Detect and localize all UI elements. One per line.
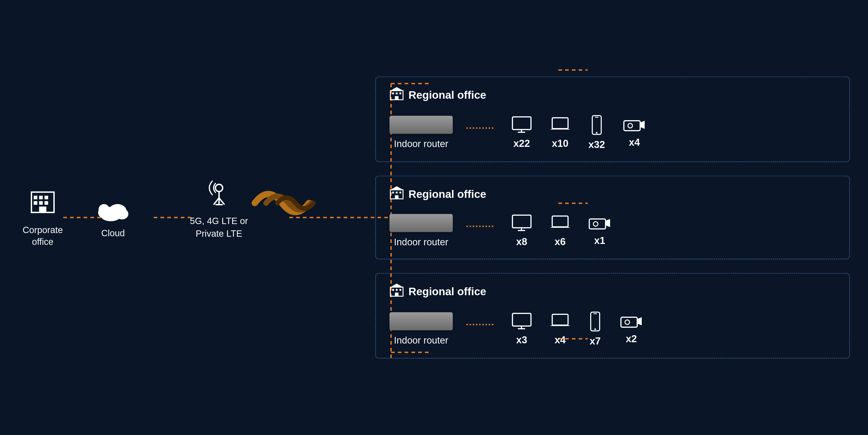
- corporate-office-node: Corporate office: [23, 188, 63, 247]
- svg-rect-53: [552, 216, 568, 227]
- router-line-2: [466, 225, 493, 227]
- svg-rect-11: [34, 196, 37, 199]
- svg-rect-67: [591, 312, 600, 331]
- svg-rect-13: [44, 196, 48, 199]
- svg-rect-15: [39, 201, 43, 205]
- svg-rect-48: [395, 195, 399, 199]
- count-camera-3: x2: [626, 333, 637, 344]
- count-laptop-2: x6: [555, 236, 566, 247]
- device-monitor-1: x22: [512, 116, 532, 149]
- svg-point-43: [628, 124, 632, 128]
- svg-rect-29: [392, 93, 394, 94]
- cloud-icon: [95, 197, 131, 223]
- office-box-2: Regional office Indoor router: [375, 176, 850, 260]
- office-3-header: Regional office: [390, 283, 836, 300]
- office-1-router-label: Indoor router: [394, 138, 448, 149]
- svg-marker-42: [640, 121, 645, 129]
- tower-node: 5G, 4G LTE or Private LTE: [190, 180, 248, 240]
- office-2-router: Indoor router: [390, 214, 453, 247]
- svg-marker-55: [606, 219, 610, 227]
- count-camera-1: x4: [629, 137, 640, 148]
- svg-rect-60: [399, 289, 401, 291]
- corporate-label: Corporate office: [23, 224, 63, 247]
- device-camera-3: x2: [620, 314, 643, 344]
- cloud-node: Cloud: [95, 197, 131, 238]
- svg-rect-38: [592, 115, 601, 134]
- office-1-title: Regional office: [408, 89, 486, 101]
- office-box-3: Regional office Indoor router: [375, 273, 850, 359]
- svg-rect-45: [392, 192, 394, 194]
- svg-point-72: [625, 320, 629, 325]
- count-laptop-1: x10: [552, 138, 568, 149]
- router-icon-3: [390, 312, 453, 330]
- svg-rect-66: [552, 314, 568, 325]
- office-3-router-label: Indoor router: [394, 335, 448, 346]
- svg-rect-37: [552, 118, 568, 129]
- office-3-title: Regional office: [408, 285, 486, 298]
- router-icon-1: [390, 116, 453, 134]
- svg-rect-50: [513, 215, 531, 228]
- svg-point-21: [98, 204, 110, 215]
- device-monitor-3: x3: [512, 312, 532, 345]
- svg-point-22: [116, 209, 128, 220]
- svg-rect-63: [513, 313, 531, 326]
- diagram-container: Corporate office Cloud: [0, 0, 868, 435]
- office-2-devices: x8 x6: [512, 214, 611, 247]
- router-line-3: [466, 324, 493, 325]
- svg-rect-59: [396, 289, 398, 291]
- svg-rect-58: [392, 289, 394, 291]
- router-line-1: [466, 127, 493, 129]
- svg-line-26: [219, 198, 224, 205]
- device-laptop-1: x10: [550, 116, 570, 149]
- office-1-router: Indoor router: [390, 116, 453, 149]
- office-3-icon: [390, 283, 404, 300]
- office-1-content: Indoor router x22: [390, 115, 836, 150]
- svg-marker-62: [391, 284, 403, 287]
- svg-rect-31: [399, 93, 401, 94]
- svg-marker-33: [391, 87, 403, 91]
- tower-label: 5G, 4G LTE or Private LTE: [190, 214, 248, 240]
- svg-rect-16: [44, 201, 48, 205]
- svg-point-23: [215, 184, 223, 192]
- device-camera-2: x1: [588, 215, 611, 246]
- office-1-header: Regional office: [390, 86, 836, 104]
- office-2-header: Regional office: [390, 186, 836, 203]
- svg-marker-49: [391, 186, 403, 190]
- router-icon-2: [390, 214, 453, 232]
- svg-rect-14: [34, 201, 37, 205]
- device-phone-1: x32: [588, 115, 605, 150]
- corporate-icon: [29, 188, 56, 219]
- count-phone-1: x32: [588, 139, 605, 150]
- svg-rect-61: [395, 293, 399, 296]
- svg-rect-17: [39, 207, 46, 212]
- cloud-label: Cloud: [101, 228, 125, 238]
- svg-point-68: [594, 328, 596, 330]
- device-camera-1: x4: [623, 117, 646, 148]
- office-box-1: Regional office Indoor router: [375, 76, 850, 162]
- svg-rect-32: [395, 96, 399, 100]
- svg-rect-46: [396, 192, 398, 194]
- office-1-devices: x22 x10: [512, 115, 646, 150]
- office-2-router-label: Indoor router: [394, 237, 448, 247]
- count-monitor-1: x22: [513, 138, 530, 149]
- device-phone-3: x7: [588, 311, 602, 347]
- svg-rect-12: [39, 196, 43, 199]
- office-3-devices: x3 x4: [512, 311, 643, 347]
- tower-signal-container: 5G, 4G LTE or Private LTE: [190, 171, 322, 248]
- office-3-content: Indoor router x3: [390, 311, 836, 347]
- svg-line-25: [214, 198, 219, 205]
- svg-marker-71: [637, 317, 642, 326]
- device-laptop-3: x4: [550, 312, 570, 345]
- count-monitor-3: x3: [516, 334, 527, 345]
- office-3-router: Indoor router: [390, 312, 453, 346]
- offices-section: Regional office Indoor router: [375, 76, 850, 359]
- count-monitor-2: x8: [516, 236, 527, 247]
- office-2-content: Indoor router x8: [390, 214, 836, 247]
- device-monitor-2: x8: [512, 214, 532, 247]
- office-2-title: Regional office: [408, 188, 486, 200]
- count-camera-2: x1: [594, 235, 605, 246]
- count-phone-3: x7: [590, 335, 601, 347]
- device-laptop-2: x6: [550, 214, 570, 247]
- svg-rect-34: [513, 117, 531, 130]
- svg-point-39: [596, 132, 597, 133]
